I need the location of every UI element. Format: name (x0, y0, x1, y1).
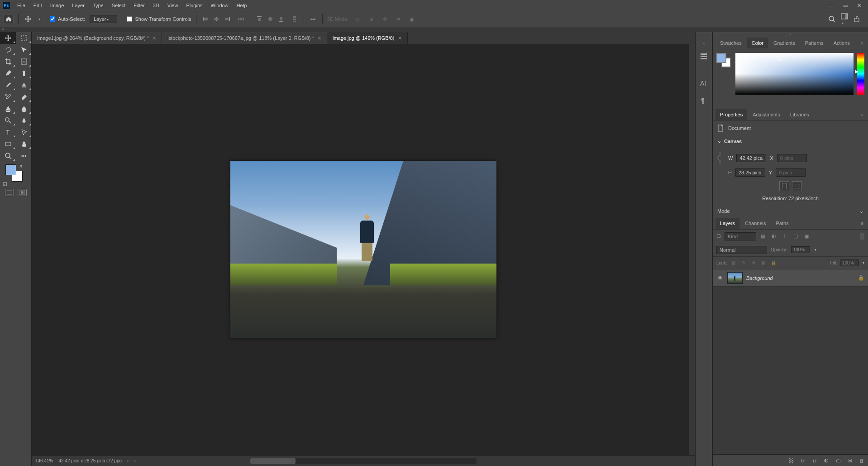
hue-slider[interactable]: ▶ (857, 53, 864, 95)
menu-filter[interactable]: Filter (130, 1, 148, 10)
tab-patterns[interactable]: Patterns (801, 38, 828, 48)
vertical-scrollbar[interactable] (689, 44, 695, 455)
move-tool-icon[interactable] (23, 14, 33, 24)
show-transform-checkbox[interactable]: Show Transform Controls (127, 16, 191, 22)
menu-file[interactable]: File (14, 1, 29, 10)
panel-fgbg-swatches[interactable] (716, 53, 732, 105)
panel-menu-icon[interactable]: ≡ (859, 40, 865, 46)
tab-channels[interactable]: Channels (740, 218, 770, 229)
crop-tool[interactable] (0, 56, 16, 67)
panel-menu-icon[interactable]: ≡ (859, 112, 865, 117)
width-input[interactable] (736, 154, 766, 162)
tab-close-icon[interactable]: × (153, 34, 156, 42)
menu-window[interactable]: Window (207, 1, 232, 10)
document-dimensions[interactable]: 42.42 pica x 28.25 pica (72 ppi) (58, 458, 122, 463)
tab-color[interactable]: Color (747, 38, 768, 48)
tab-libraries[interactable]: Libraries (786, 109, 814, 120)
lock-pixels-icon[interactable]: ✎ (740, 259, 747, 267)
document-tab-2[interactable]: image.jpg @ 146% (RGB/8)× (327, 32, 408, 44)
lock-transparency-icon[interactable]: ▦ (730, 259, 737, 267)
edit-toolbar-icon[interactable]: ••• (16, 150, 32, 162)
standard-mode-icon[interactable] (5, 189, 14, 196)
portrait-orientation-button[interactable] (779, 181, 789, 191)
distribute-h-icon[interactable] (236, 14, 245, 24)
align-center-v-icon[interactable] (266, 14, 275, 24)
hand-tool[interactable] (16, 138, 32, 150)
blur-tool[interactable] (16, 103, 32, 115)
marquee-tool[interactable] (16, 32, 32, 44)
quick-selection-tool[interactable] (16, 44, 32, 56)
fill-input[interactable] (840, 259, 859, 266)
path-selection-tool[interactable] (16, 126, 32, 138)
filter-kind-select[interactable] (725, 232, 756, 240)
lock-all-icon[interactable]: 🔒 (770, 259, 777, 267)
filter-shape-icon[interactable]: ▢ (792, 232, 800, 240)
tab-adjustments[interactable]: Adjustments (748, 109, 785, 120)
search-icon[interactable] (716, 234, 722, 239)
x-input[interactable] (777, 154, 807, 162)
menu-view[interactable]: View (164, 1, 182, 10)
menu-image[interactable]: Image (47, 1, 68, 10)
height-input[interactable] (735, 168, 765, 177)
align-right-icon[interactable] (223, 14, 232, 24)
auto-select-target-select[interactable]: Layer▾ (90, 15, 118, 23)
distribute-v-icon[interactable] (290, 14, 299, 24)
menu-select[interactable]: Select (108, 1, 129, 10)
align-left-icon[interactable] (201, 14, 210, 24)
tab-close-icon[interactable]: × (318, 34, 321, 42)
delete-layer-icon[interactable]: 🗑 (858, 457, 865, 464)
history-brush-tool[interactable] (0, 91, 16, 103)
close-icon[interactable]: ✕ (855, 3, 863, 9)
layer-item-background[interactable]: 👁 Background 🔒 (713, 269, 868, 287)
filter-adjustment-icon[interactable]: ◐ (770, 232, 778, 240)
layer-mask-icon[interactable]: ◘ (811, 457, 818, 464)
dodge-tool[interactable] (0, 115, 16, 126)
new-layer-icon[interactable]: ⊞ (846, 457, 854, 464)
swap-colors-icon[interactable]: ⤭ (19, 163, 23, 168)
dock-expand-caret-icon[interactable]: » (696, 41, 712, 46)
tab-properties[interactable]: Properties (715, 109, 747, 120)
tool-preset-caret-icon[interactable]: ▾ (38, 17, 40, 21)
blend-mode-select[interactable] (716, 246, 767, 254)
brush-tool[interactable] (0, 79, 16, 91)
menu-type[interactable]: Type (89, 1, 107, 10)
zoom-level[interactable]: 146.41% (35, 458, 53, 463)
landscape-orientation-button[interactable] (792, 181, 802, 191)
layer-thumbnail[interactable] (727, 272, 743, 284)
menu-layer[interactable]: Layer (68, 1, 88, 10)
layer-name[interactable]: Background (746, 275, 773, 281)
filter-toggle-switch[interactable] (860, 233, 864, 240)
canvas-section-header[interactable]: ⌄ Canvas (713, 135, 868, 147)
lock-position-icon[interactable]: ✥ (750, 259, 757, 267)
menu-help[interactable]: Help (233, 1, 251, 10)
align-center-h-icon[interactable] (212, 14, 221, 24)
healing-brush-tool[interactable] (16, 67, 32, 79)
default-colors-icon[interactable]: ◱ (3, 181, 7, 186)
tab-actions[interactable]: Actions (829, 38, 854, 48)
y-input[interactable] (776, 168, 806, 177)
type-tool[interactable]: T (0, 126, 16, 138)
lasso-tool[interactable] (0, 44, 16, 56)
layer-group-icon[interactable]: 🗀 (835, 457, 842, 464)
tab-paths[interactable]: Paths (772, 218, 793, 229)
align-bottom-icon[interactable] (277, 14, 286, 24)
adjustment-layer-icon[interactable]: ◐ (823, 457, 830, 464)
pen-tool[interactable] (16, 115, 32, 126)
character-panel-icon[interactable]: A (698, 77, 710, 90)
rectangle-tool[interactable] (0, 138, 16, 150)
share-icon[interactable] (854, 15, 861, 23)
zoom-tool[interactable] (0, 150, 16, 162)
maximize-icon[interactable]: ▭ (842, 3, 849, 9)
workspace-switcher-icon[interactable]: ▾ (841, 13, 848, 25)
frame-tool[interactable] (16, 56, 32, 67)
toolbar-expand-caret[interactable]: « (0, 27, 868, 32)
eraser-tool[interactable] (16, 91, 32, 103)
document-tab-1[interactable]: istockphoto-1350008705-170667a.jpg @ 118… (162, 32, 327, 44)
panel-collapse-caret-icon[interactable]: » (713, 32, 868, 37)
eyedropper-tool[interactable] (0, 67, 16, 79)
document-tab-0[interactable]: Image1.jpg @ 264% (Background copy, RGB/… (32, 32, 162, 44)
filter-smart-icon[interactable]: ▣ (802, 232, 811, 240)
tab-close-icon[interactable]: × (398, 34, 402, 42)
search-icon[interactable] (828, 15, 835, 23)
panel-menu-icon[interactable]: ≡ (859, 221, 865, 226)
